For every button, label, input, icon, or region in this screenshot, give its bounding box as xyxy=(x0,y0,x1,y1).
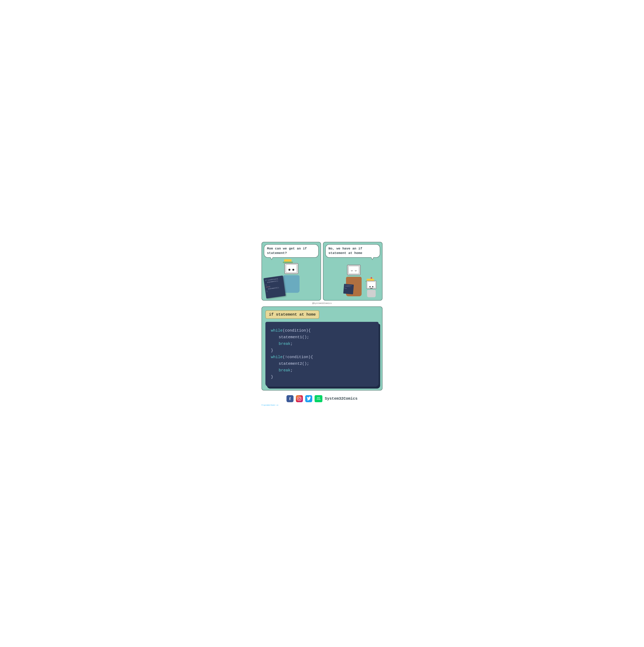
code-line-2: statement1(); xyxy=(271,334,373,341)
mom-monitor-head xyxy=(347,265,361,275)
small-code-text: if (condition){ statement(); } else{ xyxy=(344,285,353,290)
kid-eye-right xyxy=(292,269,294,271)
baby-screen xyxy=(367,282,376,288)
mom-eye-left xyxy=(351,270,353,271)
facebook-icon[interactable]: f xyxy=(286,395,294,402)
code-line-7: break; xyxy=(271,367,373,374)
comic-wrapper: Mom can we get an if statement? xyxy=(258,238,386,409)
code-text-3: ; xyxy=(291,342,293,346)
kid-monitor-screen xyxy=(286,264,297,273)
keyword-break-1: break xyxy=(279,342,291,346)
speech-bubble-right: No, we have an if statement at home xyxy=(325,244,380,258)
baby-monitor xyxy=(366,281,376,289)
baby-mouth xyxy=(370,288,373,289)
baby-sad-eyes xyxy=(370,286,373,287)
code-text-1: (condition){ xyxy=(282,328,311,333)
keyword-while-2: while xyxy=(271,355,282,359)
code-line-8: } xyxy=(271,374,373,380)
attribution: @System32Comics xyxy=(261,302,383,304)
mom-eye-right xyxy=(355,270,357,271)
watermark: ProgrammerHumor.io xyxy=(261,404,383,406)
baby-propeller xyxy=(371,277,372,279)
small-code-book: if (condition){ statement(); } else{ xyxy=(343,284,353,294)
code-line-3: break; xyxy=(271,341,373,347)
baby-body xyxy=(367,290,376,297)
code-text-2: statement1(); xyxy=(279,335,309,339)
panel-right: No, we have an if statement at home xyxy=(323,242,383,300)
kid-eye-left xyxy=(288,269,291,271)
baby-hat-top xyxy=(367,279,374,281)
svg-rect-0 xyxy=(298,397,301,400)
code-book-left: if (condition){ statement1(); } else{ st… xyxy=(263,275,286,298)
code-text-8: } xyxy=(271,375,273,379)
instagram-icon[interactable] xyxy=(296,395,303,402)
footer-brand: System32Comics xyxy=(325,397,358,401)
mom-character-area: if (condition){ statement(); } else{ xyxy=(325,261,380,298)
panel-left: Mom can we get an if statement? xyxy=(261,242,321,300)
keyword-while-1: while xyxy=(271,328,282,333)
twitter-icon[interactable] xyxy=(305,395,312,402)
code-text-7: ; xyxy=(291,368,293,372)
mom-eyes xyxy=(351,270,357,271)
baby-character xyxy=(364,280,379,297)
kid-monitor-head xyxy=(284,263,299,274)
code-text-4: } xyxy=(271,348,273,353)
svg-point-2 xyxy=(300,397,301,398)
webtoon-label-web: WEB xyxy=(317,397,320,399)
mom-monitor-screen xyxy=(348,266,359,274)
keyword-break-2: break xyxy=(279,368,291,372)
code-line-6: statement2(); xyxy=(271,360,373,367)
mom-character: if (condition){ statement(); } else{ xyxy=(340,263,368,298)
top-panels: Mom can we get an if statement? xyxy=(261,242,383,300)
kid-character-area: if (condition){ statement1(); } else{ st… xyxy=(264,261,319,298)
code-line-5: while(!condition){ xyxy=(271,354,373,360)
kid-eyes xyxy=(288,269,294,271)
code-line-4: } xyxy=(271,347,373,354)
panel-title: if statement at home xyxy=(265,310,319,319)
kid-hat xyxy=(283,259,293,263)
svg-point-1 xyxy=(299,398,300,400)
code-text-6: statement2(); xyxy=(279,361,309,366)
baby-eye-left xyxy=(370,286,371,287)
main-code-block: while(condition){ statement1(); break; }… xyxy=(265,322,379,386)
webtoon-label-toon: TOON xyxy=(317,399,320,400)
code-book-text: if (condition){ statement1(); } else{ st… xyxy=(265,277,284,293)
webtoon-icon[interactable]: WEB TOON xyxy=(315,395,322,402)
kid-body xyxy=(283,275,300,293)
speech-bubble-left: Mom can we get an if statement? xyxy=(264,244,319,258)
bottom-panel: if statement at home while(condition){ s… xyxy=(261,306,383,390)
code-line-1: while(condition){ xyxy=(271,327,373,334)
footer: f WEB TOON System32Comics xyxy=(261,393,383,404)
baby-eye-right xyxy=(372,286,373,287)
code-text-5: (!condition){ xyxy=(282,355,313,359)
hat-brim xyxy=(283,262,293,263)
